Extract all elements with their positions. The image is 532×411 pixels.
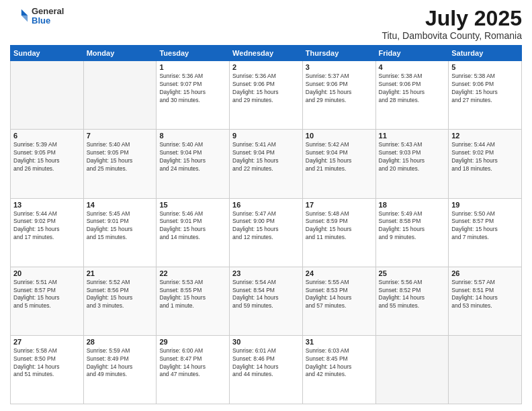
day-number: 11	[379, 132, 446, 140]
calendar-cell	[83, 61, 157, 130]
calendar-header-saturday: Saturday	[449, 46, 522, 61]
calendar-cell: 25Sunrise: 5:56 AM Sunset: 8:52 PM Dayli…	[375, 267, 449, 335]
day-number: 12	[451, 132, 519, 140]
calendar-cell: 15Sunrise: 5:46 AM Sunset: 9:01 PM Dayli…	[157, 198, 230, 267]
day-info: Sunrise: 5:44 AM Sunset: 9:02 PM Dayligh…	[13, 210, 81, 242]
day-number: 24	[306, 269, 373, 277]
calendar-header-row: SundayMondayTuesdayWednesdayThursdayFrid…	[11, 46, 522, 61]
day-number: 1	[159, 63, 226, 71]
day-number: 29	[159, 338, 226, 346]
calendar-cell: 3Sunrise: 5:37 AM Sunset: 9:06 PM Daylig…	[302, 61, 375, 130]
day-info: Sunrise: 5:49 AM Sunset: 8:58 PM Dayligh…	[379, 210, 446, 242]
calendar-cell: 29Sunrise: 6:00 AM Sunset: 8:47 PM Dayli…	[157, 335, 230, 404]
calendar-cell: 6Sunrise: 5:39 AM Sunset: 9:05 PM Daylig…	[11, 130, 84, 198]
calendar-cell: 17Sunrise: 5:48 AM Sunset: 8:59 PM Dayli…	[302, 198, 375, 267]
calendar-cell: 24Sunrise: 5:55 AM Sunset: 8:53 PM Dayli…	[302, 267, 375, 335]
calendar-cell	[11, 61, 84, 130]
calendar-header-tuesday: Tuesday	[157, 46, 230, 61]
day-number: 21	[87, 269, 154, 277]
calendar-cell: 31Sunrise: 6:03 AM Sunset: 8:45 PM Dayli…	[302, 335, 375, 404]
calendar-cell: 1Sunrise: 5:36 AM Sunset: 9:07 PM Daylig…	[157, 61, 230, 130]
calendar-header-monday: Monday	[83, 46, 157, 61]
day-number: 20	[13, 269, 81, 277]
calendar-cell: 28Sunrise: 5:59 AM Sunset: 8:49 PM Dayli…	[83, 335, 157, 404]
day-info: Sunrise: 5:54 AM Sunset: 8:54 PM Dayligh…	[232, 279, 300, 311]
calendar-cell	[449, 335, 522, 404]
day-number: 23	[232, 269, 300, 277]
logo-blue-text: Blue	[32, 16, 64, 26]
calendar-cell: 30Sunrise: 6:01 AM Sunset: 8:46 PM Dayli…	[230, 335, 303, 404]
day-info: Sunrise: 5:51 AM Sunset: 8:57 PM Dayligh…	[13, 279, 81, 311]
calendar-cell: 23Sunrise: 5:54 AM Sunset: 8:54 PM Dayli…	[230, 267, 303, 335]
day-number: 18	[379, 201, 446, 209]
day-number: 16	[232, 201, 300, 209]
day-number: 31	[306, 338, 373, 346]
day-info: Sunrise: 5:36 AM Sunset: 9:06 PM Dayligh…	[232, 73, 300, 105]
day-info: Sunrise: 5:50 AM Sunset: 8:57 PM Dayligh…	[451, 210, 519, 242]
day-info: Sunrise: 5:57 AM Sunset: 8:51 PM Dayligh…	[451, 279, 519, 311]
logo: General Blue	[10, 7, 64, 26]
day-info: Sunrise: 5:56 AM Sunset: 8:52 PM Dayligh…	[379, 279, 446, 311]
calendar-week-5: 27Sunrise: 5:58 AM Sunset: 8:50 PM Dayli…	[11, 335, 522, 404]
day-number: 9	[232, 132, 300, 140]
day-info: Sunrise: 6:00 AM Sunset: 8:47 PM Dayligh…	[159, 347, 226, 379]
day-number: 19	[451, 201, 519, 209]
day-info: Sunrise: 5:48 AM Sunset: 8:59 PM Dayligh…	[306, 210, 373, 242]
svg-marker-1	[21, 15, 28, 21]
day-info: Sunrise: 5:40 AM Sunset: 9:05 PM Dayligh…	[87, 141, 154, 173]
calendar-cell: 10Sunrise: 5:42 AM Sunset: 9:04 PM Dayli…	[302, 130, 375, 198]
day-info: Sunrise: 5:53 AM Sunset: 8:55 PM Dayligh…	[159, 279, 226, 311]
day-info: Sunrise: 5:55 AM Sunset: 8:53 PM Dayligh…	[306, 279, 373, 311]
calendar-header-thursday: Thursday	[302, 46, 375, 61]
day-number: 17	[306, 201, 373, 209]
logo-text: General Blue	[32, 7, 64, 26]
calendar-week-4: 20Sunrise: 5:51 AM Sunset: 8:57 PM Dayli…	[11, 267, 522, 335]
day-info: Sunrise: 5:45 AM Sunset: 9:01 PM Dayligh…	[87, 210, 154, 242]
calendar-table: SundayMondayTuesdayWednesdayThursdayFrid…	[10, 45, 522, 404]
day-info: Sunrise: 5:38 AM Sunset: 9:06 PM Dayligh…	[379, 73, 446, 105]
day-number: 4	[379, 63, 446, 71]
day-info: Sunrise: 5:37 AM Sunset: 9:06 PM Dayligh…	[306, 73, 373, 105]
calendar-cell: 2Sunrise: 5:36 AM Sunset: 9:06 PM Daylig…	[230, 61, 303, 130]
day-info: Sunrise: 5:42 AM Sunset: 9:04 PM Dayligh…	[306, 141, 373, 173]
calendar-cell: 20Sunrise: 5:51 AM Sunset: 8:57 PM Dayli…	[11, 267, 84, 335]
svg-marker-0	[21, 9, 28, 15]
day-info: Sunrise: 5:59 AM Sunset: 8:49 PM Dayligh…	[87, 347, 154, 379]
day-info: Sunrise: 5:44 AM Sunset: 9:02 PM Dayligh…	[451, 141, 519, 173]
day-number: 25	[379, 269, 446, 277]
title-block: July 2025 Titu, Dambovita County, Romani…	[382, 7, 522, 41]
calendar-cell: 19Sunrise: 5:50 AM Sunset: 8:57 PM Dayli…	[449, 198, 522, 267]
day-number: 22	[159, 269, 226, 277]
calendar-cell: 26Sunrise: 5:57 AM Sunset: 8:51 PM Dayli…	[449, 267, 522, 335]
header: General Blue July 2025 Titu, Dambovita C…	[10, 7, 522, 41]
calendar-cell: 8Sunrise: 5:40 AM Sunset: 9:04 PM Daylig…	[157, 130, 230, 198]
day-number: 7	[87, 132, 154, 140]
day-number: 10	[306, 132, 373, 140]
day-number: 14	[87, 201, 154, 209]
calendar-cell: 21Sunrise: 5:52 AM Sunset: 8:56 PM Dayli…	[83, 267, 157, 335]
calendar-cell: 27Sunrise: 5:58 AM Sunset: 8:50 PM Dayli…	[11, 335, 84, 404]
main-title: July 2025	[382, 7, 522, 30]
day-info: Sunrise: 5:38 AM Sunset: 9:06 PM Dayligh…	[451, 73, 519, 105]
calendar-cell: 13Sunrise: 5:44 AM Sunset: 9:02 PM Dayli…	[11, 198, 84, 267]
day-info: Sunrise: 5:36 AM Sunset: 9:07 PM Dayligh…	[159, 73, 226, 105]
day-info: Sunrise: 5:43 AM Sunset: 9:03 PM Dayligh…	[379, 141, 446, 173]
calendar-cell: 9Sunrise: 5:41 AM Sunset: 9:04 PM Daylig…	[230, 130, 303, 198]
day-number: 3	[306, 63, 373, 71]
calendar-week-2: 6Sunrise: 5:39 AM Sunset: 9:05 PM Daylig…	[11, 130, 522, 198]
day-info: Sunrise: 5:40 AM Sunset: 9:04 PM Dayligh…	[159, 141, 226, 173]
day-number: 27	[13, 338, 81, 346]
day-info: Sunrise: 5:46 AM Sunset: 9:01 PM Dayligh…	[159, 210, 226, 242]
calendar-header-wednesday: Wednesday	[230, 46, 303, 61]
calendar-cell: 12Sunrise: 5:44 AM Sunset: 9:02 PM Dayli…	[449, 130, 522, 198]
calendar-cell: 14Sunrise: 5:45 AM Sunset: 9:01 PM Dayli…	[83, 198, 157, 267]
day-number: 6	[13, 132, 81, 140]
day-info: Sunrise: 5:39 AM Sunset: 9:05 PM Dayligh…	[13, 141, 81, 173]
calendar-header-friday: Friday	[375, 46, 449, 61]
calendar-cell: 11Sunrise: 5:43 AM Sunset: 9:03 PM Dayli…	[375, 130, 449, 198]
day-info: Sunrise: 6:03 AM Sunset: 8:45 PM Dayligh…	[306, 347, 373, 379]
day-number: 8	[159, 132, 226, 140]
day-number: 2	[232, 63, 300, 71]
day-number: 15	[159, 201, 226, 209]
calendar-cell: 5Sunrise: 5:38 AM Sunset: 9:06 PM Daylig…	[449, 61, 522, 130]
